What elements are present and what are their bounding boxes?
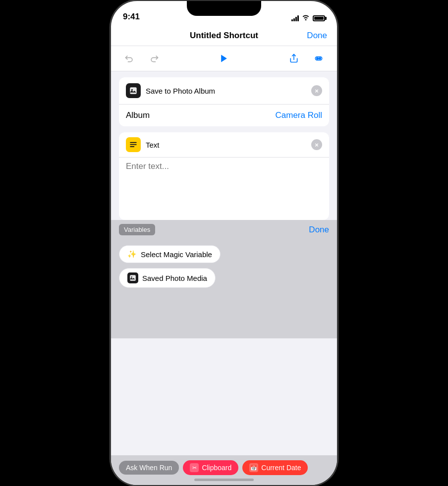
variables-section-header: Variables Done xyxy=(111,220,337,239)
saved-photo-label: Saved Photo Media xyxy=(142,274,207,282)
status-icons xyxy=(291,14,325,22)
toolbar-center xyxy=(216,50,232,67)
text-input-area xyxy=(119,157,329,220)
text-icon xyxy=(126,137,141,152)
current-date-label: Current Date xyxy=(261,464,301,472)
signal-icon xyxy=(291,15,299,21)
svg-rect-9 xyxy=(130,142,137,143)
settings-button[interactable] xyxy=(310,50,327,67)
select-magic-variable-button[interactable]: ✨ Select Magic Variable xyxy=(119,245,221,263)
svg-rect-12 xyxy=(130,275,136,281)
save-to-photo-card: Save to Photo Album × Album Camera Roll xyxy=(119,77,329,126)
scroll-area[interactable]: Save to Photo Album × Album Camera Roll xyxy=(111,71,337,455)
current-date-chip[interactable]: 📅 Current Date xyxy=(242,460,308,475)
svg-point-6 xyxy=(319,57,321,59)
save-to-photo-title: Save to Photo Album xyxy=(146,87,215,95)
album-value[interactable]: Camera Roll xyxy=(276,110,322,120)
nav-title: Untitled Shortcut xyxy=(190,31,258,41)
clipboard-icon: ✂ xyxy=(190,463,199,472)
redo-button[interactable] xyxy=(146,50,163,67)
toolbar xyxy=(111,46,337,71)
notch xyxy=(187,1,261,16)
save-photo-close-button[interactable]: × xyxy=(311,85,322,96)
toolbar-left xyxy=(121,50,163,67)
svg-marker-0 xyxy=(221,55,227,62)
share-button[interactable] xyxy=(285,50,302,67)
saved-photo-media-button[interactable]: Saved Photo Media xyxy=(119,268,216,288)
text-card-header-left: Text xyxy=(126,137,160,152)
status-time: 9:41 xyxy=(123,12,140,22)
main-content: Untitled Shortcut Done xyxy=(111,26,337,485)
svg-rect-11 xyxy=(130,146,134,147)
svg-rect-10 xyxy=(130,144,137,145)
magic-variable-label: Select Magic Variable xyxy=(141,250,212,259)
undo-button[interactable] xyxy=(121,50,138,67)
card-header-left: Save to Photo Album xyxy=(126,83,215,98)
play-button[interactable] xyxy=(216,50,232,67)
text-close-button[interactable]: × xyxy=(311,139,322,150)
text-card: Text × xyxy=(119,132,329,220)
ask-when-run-chip[interactable]: Ask When Run xyxy=(119,461,179,475)
nav-done-button[interactable]: Done xyxy=(307,31,327,41)
variables-done-button[interactable]: Done xyxy=(309,225,329,235)
toolbar-right xyxy=(285,50,327,67)
calendar-icon: 📅 xyxy=(249,463,258,472)
variables-label: Variables xyxy=(119,224,155,235)
svg-point-5 xyxy=(317,57,318,59)
saved-photo-icon xyxy=(127,272,138,283)
wifi-icon xyxy=(302,14,310,22)
text-input[interactable] xyxy=(126,162,322,211)
clipboard-chip[interactable]: ✂ Clipboard xyxy=(183,460,238,475)
photo-album-icon xyxy=(126,83,141,98)
text-card-title: Text xyxy=(146,141,160,149)
card-header: Save to Photo Album × xyxy=(119,77,329,105)
svg-point-8 xyxy=(131,89,133,91)
text-card-header: Text × xyxy=(119,132,329,157)
home-indicator xyxy=(194,479,254,481)
variables-content: ✨ Select Magic Variable Saved Photo Medi… xyxy=(111,239,337,338)
album-row: Album Camera Roll xyxy=(119,105,329,126)
phone-frame: 9:41 Untitled Shortcut Done xyxy=(110,0,338,486)
battery-icon xyxy=(313,15,325,21)
svg-rect-7 xyxy=(130,87,137,94)
magic-wand-icon: ✨ xyxy=(127,250,137,259)
svg-point-13 xyxy=(131,276,132,277)
album-label: Album xyxy=(126,110,150,120)
side-button xyxy=(337,100,338,130)
clipboard-label: Clipboard xyxy=(202,464,231,472)
nav-header: Untitled Shortcut Done xyxy=(111,26,337,46)
